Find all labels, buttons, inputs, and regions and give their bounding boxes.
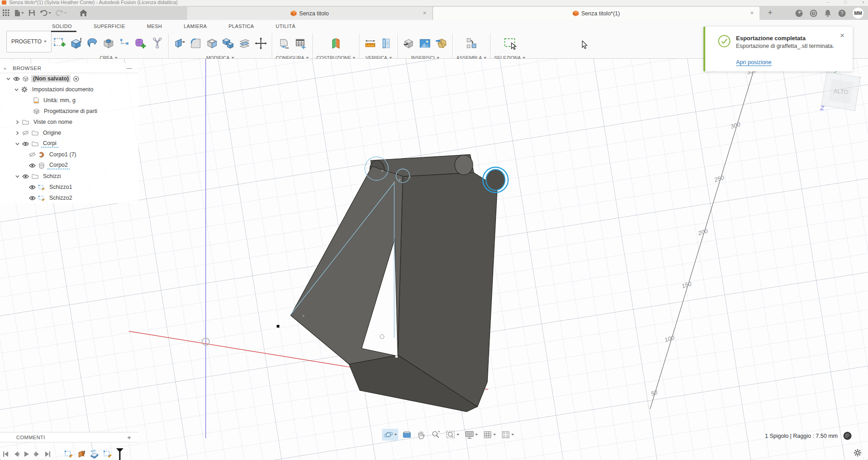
sketch-point[interactable] bbox=[395, 355, 398, 358]
notifications-bell-icon[interactable] bbox=[824, 9, 831, 17]
viewports-tool[interactable] bbox=[500, 429, 515, 441]
tool-section-analysis[interactable] bbox=[379, 34, 394, 52]
tab-solido[interactable]: SOLIDO bbox=[51, 23, 83, 29]
fit-tool[interactable] bbox=[444, 429, 461, 441]
eye-slash-icon[interactable] bbox=[22, 130, 29, 136]
orbit-tool[interactable] bbox=[382, 429, 398, 441]
tool-select[interactable] bbox=[503, 34, 517, 52]
browser-item-schizzi[interactable]: Schizzi bbox=[0, 171, 138, 182]
eye-icon[interactable] bbox=[22, 141, 29, 146]
timeline-position-marker[interactable] bbox=[116, 448, 123, 460]
eye-icon[interactable] bbox=[29, 185, 36, 190]
tool-pattern[interactable] bbox=[118, 34, 132, 52]
eye-icon[interactable] bbox=[22, 174, 29, 179]
sketch-origin-point[interactable] bbox=[277, 325, 279, 328]
tool-insert-mesh[interactable] bbox=[434, 34, 448, 52]
timeline-play-icon[interactable] bbox=[24, 451, 30, 457]
timeline-feature-fillet[interactable] bbox=[90, 450, 99, 459]
browser-minimize-icon[interactable]: — bbox=[127, 65, 132, 71]
pan-tool[interactable] bbox=[415, 429, 427, 441]
browser-item-schizzo2[interactable]: Schizzo2 bbox=[0, 192, 138, 203]
window-maximize-icon[interactable]: □ bbox=[844, 0, 846, 5]
view-cube-face[interactable]: ALTO bbox=[821, 72, 861, 111]
view-cube[interactable]: ALTO Z bbox=[816, 69, 866, 121]
preferences-gear-icon[interactable] bbox=[854, 449, 862, 459]
window-close-icon[interactable]: × bbox=[862, 0, 864, 5]
tool-split-body[interactable] bbox=[237, 34, 252, 52]
notification-close-icon[interactable]: × bbox=[840, 31, 844, 40]
browser-item-corpi[interactable]: Corpi bbox=[0, 138, 138, 149]
tab-superficie[interactable]: SUPERFICIE bbox=[83, 23, 136, 29]
tool-fillet[interactable] bbox=[189, 34, 203, 52]
browser-item-viste[interactable]: Viste con nome bbox=[0, 117, 138, 127]
tool-press-pull[interactable] bbox=[172, 34, 187, 52]
material-badge-icon[interactable] bbox=[843, 432, 852, 440]
tool-configure-box[interactable] bbox=[277, 34, 292, 52]
zoom-tool[interactable] bbox=[430, 429, 442, 441]
tool-move[interactable] bbox=[254, 34, 268, 52]
tool-insert-derive[interactable] bbox=[401, 34, 416, 52]
browser-item-schizzo1[interactable]: Schizzo1 bbox=[0, 182, 138, 192]
tab-2-close-icon[interactable]: × bbox=[750, 10, 754, 16]
tool-create-sketch[interactable] bbox=[52, 34, 67, 52]
grid-snap-tool[interactable] bbox=[482, 429, 497, 441]
timeline-go-start-icon[interactable] bbox=[3, 451, 9, 457]
chevron-right-icon[interactable] bbox=[15, 131, 19, 135]
open-location-link[interactable]: Apri posizione bbox=[736, 59, 772, 66]
tool-construction-plane[interactable] bbox=[329, 34, 343, 52]
document-tab-1[interactable]: Senza titolo × bbox=[187, 7, 432, 20]
tool-extrude[interactable] bbox=[69, 34, 83, 52]
timeline-feature-sketch2[interactable] bbox=[104, 450, 112, 458]
tool-shell[interactable] bbox=[205, 34, 219, 52]
redo-button[interactable] bbox=[56, 9, 67, 16]
job-status-clock-icon[interactable] bbox=[810, 9, 817, 17]
timeline-feature-extrude[interactable] bbox=[77, 450, 85, 458]
window-minimize-icon[interactable]: – bbox=[826, 0, 829, 5]
tab-lamiera[interactable]: LAMIERA bbox=[173, 23, 217, 29]
eye-icon[interactable] bbox=[29, 196, 36, 201]
browser-item-impostazioni[interactable]: Impostazioni documento bbox=[0, 84, 138, 95]
tool-generative-design[interactable] bbox=[150, 34, 165, 52]
help-icon[interactable]: ? bbox=[838, 9, 846, 17]
tool-configure-table[interactable] bbox=[293, 34, 308, 52]
look-at-tool[interactable] bbox=[401, 429, 413, 440]
chevron-right-icon[interactable] bbox=[15, 120, 19, 124]
chevron-down-icon[interactable] bbox=[15, 142, 19, 146]
tool-new-component[interactable] bbox=[464, 34, 479, 52]
tool-revolve[interactable] bbox=[85, 34, 99, 52]
new-tab-button[interactable]: + bbox=[768, 8, 773, 18]
tool-hole[interactable] bbox=[101, 34, 116, 52]
timeline-go-end-icon[interactable] bbox=[44, 451, 51, 457]
chevron-down-icon[interactable] bbox=[6, 77, 10, 81]
model-body[interactable] bbox=[291, 155, 505, 412]
activate-radio-icon[interactable] bbox=[73, 76, 79, 82]
model-selected-cylinder[interactable] bbox=[486, 169, 505, 190]
user-avatar[interactable]: MM bbox=[853, 8, 863, 19]
browser-item-unita[interactable]: Unità: mm, g bbox=[0, 95, 138, 106]
browser-item-corpo1[interactable]: Corpo1 (7) bbox=[0, 149, 138, 160]
eye-icon[interactable] bbox=[13, 76, 20, 81]
chevron-down-icon[interactable] bbox=[14, 88, 19, 92]
tab-mesh[interactable]: MESH bbox=[136, 23, 173, 29]
browser-item-progettazione[interactable]: Progettazione di parti bbox=[0, 106, 138, 117]
tool-canvas[interactable] bbox=[418, 34, 432, 52]
tool-measure[interactable] bbox=[363, 34, 377, 52]
app-grid-icon[interactable] bbox=[3, 9, 9, 16]
add-comment-button[interactable]: + bbox=[127, 433, 131, 441]
home-icon[interactable] bbox=[80, 9, 87, 16]
browser-collapse-icon[interactable]: « bbox=[4, 66, 6, 71]
tab-utilita[interactable]: UTILITÀ bbox=[265, 23, 307, 29]
save-button[interactable] bbox=[28, 9, 35, 16]
extensions-icon[interactable] bbox=[795, 9, 803, 17]
timeline-feature-sketch1[interactable] bbox=[65, 450, 73, 458]
project-dropdown-button[interactable]: PROGETTO bbox=[6, 31, 52, 52]
undo-button[interactable] bbox=[40, 9, 51, 16]
timeline-step-back-icon[interactable] bbox=[13, 451, 19, 457]
tab-plastica[interactable]: PLASTICA bbox=[217, 23, 264, 29]
eye-icon[interactable] bbox=[29, 163, 36, 168]
browser-item-document[interactable]: (Non salvato) bbox=[0, 73, 138, 84]
tab-1-close-icon[interactable]: × bbox=[423, 10, 426, 16]
document-tab-2[interactable]: Senza titolo*(1) × bbox=[433, 7, 760, 20]
sketch-center-point[interactable] bbox=[380, 335, 384, 339]
model-tube-end[interactable] bbox=[455, 155, 473, 175]
